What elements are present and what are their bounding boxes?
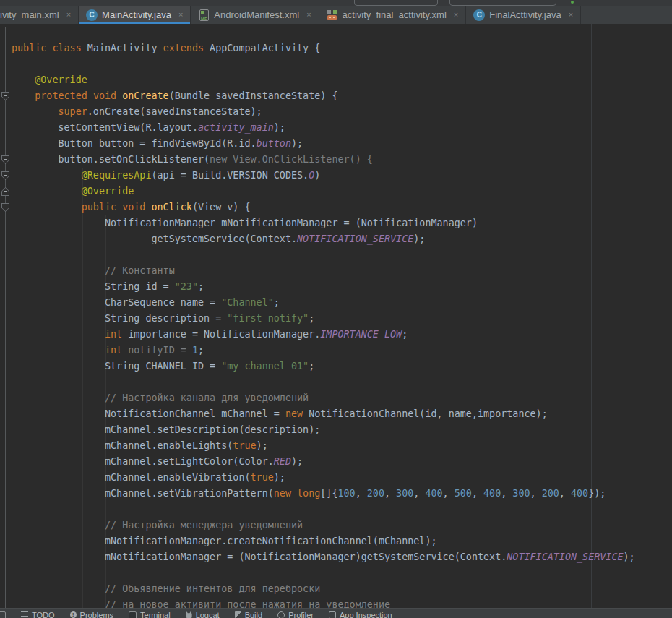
close-icon[interactable]: × [454, 11, 458, 19]
code-line: String description = "first notify"; [12, 311, 672, 327]
code-line: int importance = NotificationManager.IMP… [12, 327, 672, 343]
code-line [12, 56, 672, 72]
toolbar-item-label: Profiler [288, 611, 314, 618]
tab-label: activity_final_acttivity.xml [343, 9, 447, 20]
toolbar-item-label: Problems [80, 611, 113, 618]
layout-xml-icon [327, 9, 338, 21]
editor-tab-bar: ivity_main.xml × C MainActivity.java × M… [0, 6, 672, 24]
code-line: NotificationChannel mChannel = new Notif… [12, 406, 672, 422]
app-inspection-icon [329, 611, 336, 618]
code-line: getSystemService(Context.NOTIFICATION_SE… [12, 231, 672, 247]
code-line: super.onCreate(savedInstanceState); [12, 104, 672, 120]
toolbar-item-app-inspection[interactable]: App Inspection [329, 611, 392, 618]
code-line: NotificationManager mNotificationManager… [12, 215, 672, 231]
toolbar-widget-1[interactable] [354, 0, 438, 6]
code-line: @RequiresApi(api = Build.VERSION_CODES.O… [12, 168, 672, 184]
tab-label: MainActivity.java [102, 9, 171, 20]
tab-mainactivity-java[interactable]: C MainActivity.java × [79, 6, 191, 24]
code-line: // Настройка канала для уведомлений [12, 390, 672, 406]
fold-marker-icon[interactable] [1, 155, 9, 164]
toolbar-item-profiler[interactable]: Profiler [277, 611, 314, 618]
problems-icon: ! [70, 611, 77, 618]
java-class-icon: C [473, 9, 485, 21]
toolbar-item-terminal[interactable]: Terminal [129, 611, 171, 618]
manifest-icon: MF [198, 9, 210, 21]
code-lines: public class MainActivity extends AppCom… [0, 24, 672, 610]
code-line: @Override [12, 72, 672, 88]
code-line [12, 374, 672, 390]
code-line [12, 565, 672, 581]
code-line: public void onClick(View v) { [12, 199, 672, 215]
toolbar-widget-2[interactable] [449, 0, 556, 6]
close-icon[interactable]: × [569, 11, 573, 19]
toolbar-item-todo[interactable]: TODO [21, 611, 55, 618]
tab-activity-final-acttivity-xml[interactable]: activity_final_acttivity.xml × [319, 6, 467, 24]
terminal-icon [129, 611, 137, 618]
code-line: mChannel.setLightColor(Color.RED); [12, 454, 672, 470]
fold-marker-icon[interactable] [1, 203, 9, 212]
code-line: button.setOnClickListener(new View.OnCli… [12, 152, 672, 168]
code-line [12, 247, 672, 263]
code-line: // Обьявление интентов для переброски [12, 581, 672, 597]
tab-label: ivity_main.xml [0, 9, 59, 20]
code-line: // Настройка менеджера уведомлений [12, 518, 672, 533]
code-line [12, 502, 672, 518]
code-line: mChannel.enableLights(true); [12, 438, 672, 454]
tab-finalacttivity-java[interactable]: C FinalActtivity.java × [466, 6, 581, 24]
close-icon[interactable]: × [306, 11, 311, 19]
tab-androidmanifest-xml[interactable]: MF AndroidManifest.xml × [191, 6, 319, 24]
code-line: public class MainActivity extends AppCom… [12, 40, 672, 56]
toolbar-item-label: App Inspection [340, 611, 392, 618]
code-line: setContentView(R.layout.activity_main); [12, 120, 672, 136]
code-line: mNotificationManager.createNotificationC… [12, 533, 672, 549]
code-line: Button button = findViewById(R.id.button… [12, 136, 672, 152]
code-line: CharSequence name = "Channel"; [12, 295, 672, 311]
toolbar-item-logcat[interactable]: Logcat [186, 611, 220, 618]
toolbar-item-problems[interactable]: ! Problems [70, 611, 113, 618]
toolbar-item-build[interactable]: Build [235, 611, 262, 618]
toolbar-item-label: Build [245, 611, 262, 618]
toolbar-item-label: TODO [32, 611, 55, 618]
java-class-icon: C [86, 9, 98, 21]
code-line: mChannel.setVibrationPattern(new long[]{… [12, 486, 672, 502]
code-line: mChannel.setDescription(description); [12, 422, 672, 438]
code-line: mChannel.enableVibration(true); [12, 470, 672, 486]
profiler-icon [277, 611, 285, 618]
logcat-icon [186, 611, 192, 618]
close-icon[interactable]: × [178, 11, 183, 19]
tab-label: FinalActtivity.java [489, 9, 561, 20]
code-line: String CHANNEL_ID = "my_channel_01"; [12, 359, 672, 374]
code-line: protected void onCreate(Bundle savedInst… [12, 88, 672, 104]
todo-icon [21, 611, 28, 618]
fold-marker-icon[interactable] [1, 92, 9, 100]
code-editor[interactable]: public class MainActivity extends AppCom… [0, 24, 672, 610]
tool-window-icon[interactable] [0, 611, 6, 618]
code-line: int notifyID = 1; [12, 343, 672, 359]
toolbar-item-label: Logcat [196, 611, 220, 618]
close-icon[interactable]: × [66, 11, 71, 19]
status-dot-icon [571, 1, 574, 4]
tool-window-bar: TODO ! Problems Terminal Logcat Build Pr… [0, 608, 672, 618]
fold-marker-icon[interactable] [1, 171, 9, 180]
tab-label: AndroidManifest.xml [214, 9, 299, 20]
build-icon [235, 611, 241, 618]
code-line: mNotificationManager = (NotificationMana… [12, 549, 672, 565]
toolbar-item-label: Terminal [140, 611, 171, 618]
code-line: @Override [12, 184, 672, 199]
tab-activity-main-xml[interactable]: ivity_main.xml × [0, 6, 79, 24]
code-line: // Константы [12, 263, 672, 279]
fold-marker-icon[interactable] [1, 187, 9, 196]
code-line: String id = "23"; [12, 279, 672, 295]
